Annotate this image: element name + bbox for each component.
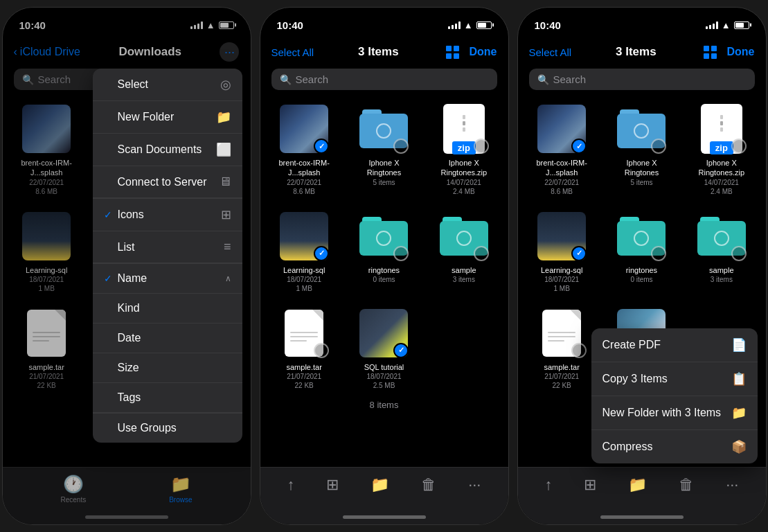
top-nav-3: Select All 3 Items Done [518, 38, 766, 69]
battery-icon-3 [734, 21, 749, 29]
status-icons-3: ▲ [706, 20, 749, 30]
home-indicator-2 [343, 515, 426, 519]
select-all-2[interactable]: Select All [271, 46, 314, 58]
menu-item-size[interactable]: Size [93, 353, 242, 383]
search-placeholder-2: Search [296, 73, 329, 85]
pdf-icon: 📄 [731, 337, 747, 353]
compress-icon: 📦 [731, 439, 747, 454]
duplicate-btn-2[interactable]: ⊞ [326, 476, 339, 494]
copy-icon: 📋 [731, 371, 747, 387]
wifi-icon-3: ▲ [722, 20, 731, 30]
file-item-sqltutorial-2[interactable]: SQL tutorial 18/07/2021 2.5 MB [346, 301, 422, 396]
phones-container: 10:40 ▲ ‹ iCloud Drive Downloads ··· 🔍 [0, 0, 768, 532]
unselected-badge-tar-2 [314, 343, 329, 358]
duplicate-btn-3[interactable]: ⊞ [584, 476, 596, 494]
signal-icon-2 [448, 21, 461, 29]
move-icon-2: 📁 [370, 476, 389, 494]
status-time-2: 10:40 [277, 19, 303, 31]
share-btn-3[interactable]: ↑ [544, 476, 552, 494]
file-item-brent-2[interactable]: brent-cox-IRM-J...splash 22/07/2021 8.6 … [266, 97, 343, 202]
menu-item-new-folder[interactable]: New Folder 📁 [93, 101, 242, 134]
unselected-badge-tar-3 [571, 343, 587, 358]
duplicate-icon-2: ⊞ [326, 476, 339, 494]
search-icon-3: 🔍 [537, 74, 549, 85]
more-icon-2: ··· [468, 476, 481, 494]
unselected-badge-sample-2 [474, 246, 489, 261]
file-item-brent-3[interactable]: brent-cox-IRM-J...splash 22/07/2021 8.6 … [524, 97, 600, 202]
menu-item-connect[interactable]: Connect to Server 🖥 [93, 166, 242, 198]
unselected-badge-zip-2 [474, 139, 489, 154]
phone-1: 10:40 ▲ ‹ iCloud Drive Downloads ··· 🔍 [2, 7, 251, 525]
done-btn-3[interactable]: Done [726, 46, 754, 58]
menu-item-kind[interactable]: Kind [93, 294, 242, 323]
new-folder-icon: 📁 [731, 405, 747, 420]
share-btn-2[interactable]: ↑ [287, 476, 294, 494]
file-item-iphonexzip-3[interactable]: zip Iphone X Ringtones.zip 14/07/2021 2.… [683, 97, 760, 202]
file-item-iphonexzip-2[interactable]: zip Iphone X Ringtones.zip 14/07/2021 2.… [425, 97, 502, 202]
battery-icon-2 [476, 21, 492, 29]
selected-badge-brent-2 [314, 139, 329, 154]
search-icon-2: 🔍 [280, 74, 292, 85]
copy-items-label: Copy 3 Items [602, 373, 668, 385]
search-bar-3[interactable]: 🔍 Search [529, 69, 755, 90]
file-item-sample-3[interactable]: sample 3 items [683, 204, 760, 299]
compress-label: Compress [602, 441, 653, 453]
file-item-sampletar-2[interactable]: sample.tar 21/07/2021 22 KB [266, 301, 343, 396]
search-bar-2[interactable]: 🔍 Search [271, 69, 497, 90]
file-item-learningsql-2[interactable]: Learning-sql 18/07/2021 1 MB [266, 204, 343, 299]
trash-icon-3: 🗑 [679, 476, 694, 494]
file-grid-2: brent-cox-IRM-J...splash 22/07/2021 8.6 … [260, 97, 508, 414]
file-item-sampletar-3[interactable]: sample.tar 21/07/2021 22 KB [524, 301, 600, 396]
create-pdf-label: Create PDF [602, 339, 661, 351]
status-bar-3: 10:40 ▲ [518, 8, 766, 38]
unselected-badge-sample-3 [731, 246, 747, 261]
more-btn-3[interactable]: ··· [726, 476, 738, 494]
menu-item-select[interactable]: Select ◎ [93, 69, 242, 101]
file-item-iphonex-3[interactable]: Iphone X Ringtones 5 items [603, 97, 680, 202]
status-bar-2: 10:40 ▲ [260, 8, 508, 38]
more-icon-3: ··· [726, 476, 738, 494]
unselected-badge-zip-3 [731, 139, 747, 154]
menu-item-use-groups[interactable]: Use Groups [93, 414, 242, 443]
new-folder-items-label: New Folder with 3 Items [602, 407, 722, 419]
menu-item-icons[interactable]: ✓ Icons ⊞ [93, 199, 242, 231]
move-btn-3[interactable]: 📁 [628, 476, 647, 494]
item-count-2: 8 items [266, 396, 503, 414]
phone-2: 10:40 ▲ Select All 3 Items Done 🔍 Search [260, 7, 509, 525]
ctx-create-pdf[interactable]: Create PDF 📄 [591, 328, 758, 362]
more-btn-2[interactable]: ··· [468, 476, 481, 494]
ctx-compress[interactable]: Compress 📦 [591, 430, 758, 463]
top-nav-2: Select All 3 Items Done [260, 38, 508, 69]
menu-item-scan[interactable]: Scan Documents ⬜ [93, 134, 242, 166]
move-icon-3: 📁 [628, 476, 647, 494]
file-item-ringtones-2[interactable]: ringtones 0 items [346, 204, 422, 299]
grid-view-btn-2[interactable] [443, 42, 462, 62]
select-all-3[interactable]: Select All [529, 46, 572, 58]
menu-item-tags[interactable]: Tags [93, 383, 242, 413]
file-item-learningsql-3[interactable]: Learning-sql 18/07/2021 1 MB [524, 204, 600, 299]
ctx-copy-items[interactable]: Copy 3 Items 📋 [591, 362, 758, 396]
unselected-badge-iphonex-3 [651, 139, 666, 154]
delete-btn-3[interactable]: 🗑 [679, 476, 694, 494]
status-time-3: 10:40 [535, 19, 561, 31]
menu-item-list[interactable]: List ≡ [93, 231, 242, 263]
move-btn-2[interactable]: 📁 [370, 476, 389, 494]
file-item-ringtones-3[interactable]: ringtones 0 items [603, 204, 680, 299]
selected-badge-sql-2 [314, 246, 329, 261]
wifi-icon-2: ▲ [464, 20, 473, 30]
selected-badge-brent-3 [571, 139, 587, 154]
status-icons-2: ▲ [448, 20, 492, 30]
nav-title-2: 3 Items [358, 45, 399, 59]
duplicate-icon-3: ⊞ [584, 476, 596, 494]
done-btn-2[interactable]: Done [469, 46, 497, 58]
menu-item-name[interactable]: ✓ Name ∧ [93, 264, 242, 294]
grid-view-btn-3[interactable] [700, 42, 720, 62]
menu-item-date[interactable]: Date [93, 323, 242, 353]
search-placeholder-3: Search [553, 73, 587, 85]
file-item-iphonex-2[interactable]: Iphone X Ringtones 5 items [346, 97, 422, 202]
selected-badge-sql-3 [571, 246, 587, 261]
phone-3: 10:40 ▲ Select All 3 Items Done 🔍 Search [517, 7, 767, 525]
file-item-sample-2[interactable]: sample 3 items [425, 204, 502, 299]
ctx-new-folder-items[interactable]: New Folder with 3 Items 📁 [591, 396, 758, 430]
delete-btn-2[interactable]: 🗑 [421, 476, 436, 494]
